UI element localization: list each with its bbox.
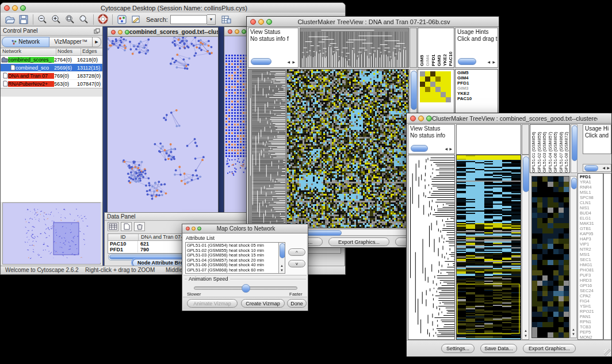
scroll-down-icon[interactable]: ▼ xyxy=(280,269,284,272)
gene-label[interactable]: HRD3 xyxy=(580,278,603,283)
gene-label[interactable]: GIM5 xyxy=(457,70,498,75)
column-labels-scrollbar[interactable] xyxy=(571,124,577,173)
scroll-left-icon[interactable]: ◀ xyxy=(602,166,605,170)
gene-label[interactable]: BUD4 xyxy=(580,210,603,216)
gene-label[interactable]: PEP5 xyxy=(580,329,603,335)
col-network[interactable]: Network xyxy=(1,48,56,55)
gene-label[interactable]: RPO21 xyxy=(580,309,603,314)
zoom-in-icon[interactable] xyxy=(51,14,62,25)
gene-label[interactable]: NTR2 xyxy=(580,247,603,252)
column-gene-label[interactable]: YKE2 xyxy=(442,28,448,66)
column-gene-label[interactable]: GIM5 xyxy=(419,28,425,66)
create-vizmap-button[interactable]: Create Vizmap xyxy=(241,299,285,308)
save-session-icon[interactable] xyxy=(18,14,29,25)
gene-label[interactable]: MSI1 xyxy=(580,252,603,257)
gene-label[interactable]: MON2 xyxy=(580,335,603,340)
heatmap[interactable] xyxy=(457,155,521,339)
gene-label[interactable]: SEC1 xyxy=(580,257,603,262)
col-edges[interactable]: Edges xyxy=(81,48,102,55)
gene-label[interactable]: HAP3 xyxy=(580,236,603,242)
column-label[interactable]: GPL51-06 (GSM865) xyxy=(553,125,559,173)
scroll-down-icon[interactable]: ▼ xyxy=(572,332,575,336)
close-button[interactable] xyxy=(228,29,232,34)
network-canvas[interactable] xyxy=(108,28,217,206)
new-attribute-icon[interactable] xyxy=(121,222,132,231)
annotation-icon[interactable] xyxy=(130,14,141,25)
view-status-scrollbar[interactable] xyxy=(411,145,428,152)
usage-hints-scrollbar[interactable]: ◀ ▶ xyxy=(583,164,611,172)
gene-label[interactable]: GPI16 xyxy=(580,283,603,288)
zoom-out-icon[interactable] xyxy=(37,14,48,25)
animation-speed-slider[interactable] xyxy=(194,286,297,290)
search-dropdown-button[interactable]: ▼ xyxy=(207,14,216,25)
vizmapper-icon[interactable] xyxy=(116,14,128,25)
network-row[interactable]: RNAPuberNov2+563(0)107847(0) xyxy=(1,80,102,88)
minimize-button[interactable] xyxy=(12,5,18,11)
minimize-button[interactable] xyxy=(258,19,264,25)
attribute-list[interactable]: GPL51-01 (GSM854) heat shock 05 minGPL51… xyxy=(185,242,285,274)
scroll-left-icon[interactable]: ◀ xyxy=(445,147,447,151)
slider-thumb[interactable] xyxy=(242,284,250,293)
gene-label[interactable]: CPA2 xyxy=(580,293,603,298)
gene-label[interactable]: TCB3 xyxy=(580,324,603,329)
export-graphics-button[interactable]: Export Graphics... xyxy=(328,237,389,246)
gene-label[interactable]: KAP95 xyxy=(580,231,603,236)
view-status-scrollbar[interactable] xyxy=(251,58,271,65)
scroll-up-icon[interactable]: ▲ xyxy=(280,264,284,267)
zoom-button[interactable] xyxy=(125,30,129,35)
gene-label[interactable]: PAC10 xyxy=(457,96,498,101)
gene-label[interactable]: PUF3 xyxy=(580,273,603,278)
minimize-button[interactable] xyxy=(418,116,424,121)
minimize-button[interactable] xyxy=(235,29,239,34)
gene-label[interactable]: RPN1 xyxy=(580,319,603,324)
settings-button[interactable]: Settings... xyxy=(441,344,475,353)
gene-label[interactable]: ELG1 xyxy=(580,216,603,221)
float-panel-icon[interactable] xyxy=(94,26,100,36)
scroll-down-icon[interactable]: ▼ xyxy=(524,334,527,338)
move-down-button[interactable]: v xyxy=(288,260,305,267)
attribute-item[interactable]: GPL51-07 (GSM868) heat shock 60 min xyxy=(187,268,285,273)
scroll-up-icon[interactable]: ▲ xyxy=(572,328,575,331)
gene-label[interactable]: GIM3 xyxy=(457,86,498,91)
column-dendrogram[interactable] xyxy=(300,28,408,67)
main-titlebar[interactable]: Cytoscape Desktop (Session Name: collins… xyxy=(1,3,345,13)
treeview2-titlebar[interactable]: ClusterMaker TreeView : combined_scores_… xyxy=(407,113,611,124)
dialog-titlebar[interactable]: Map Colors to Network xyxy=(182,224,308,233)
scroll-left-icon[interactable]: ◀ xyxy=(287,60,290,64)
close-button[interactable] xyxy=(186,227,190,231)
scroll-right-icon[interactable]: ▶ xyxy=(292,60,295,64)
scroll-right-icon[interactable]: ▶ xyxy=(607,166,610,170)
network-row[interactable]: DNA and Tran 07769(0)183728(0) xyxy=(1,72,102,80)
gene-label[interactable]: YKE2 xyxy=(457,91,498,96)
zoomed-heatmap[interactable] xyxy=(532,177,569,338)
column-gene-label[interactable]: PFD1 xyxy=(431,28,437,66)
gene-label[interactable]: MSL1 xyxy=(580,190,603,195)
column-gene-label[interactable]: PAC10 xyxy=(448,28,454,66)
search-input[interactable] xyxy=(170,15,207,24)
row-dendrogram[interactable] xyxy=(248,70,285,228)
gene-label[interactable]: HMG1 xyxy=(580,262,603,267)
network-table-icon[interactable] xyxy=(220,14,232,25)
column-gene-label[interactable]: GIM3 xyxy=(437,28,442,66)
gene-label[interactable]: GTB1 xyxy=(580,226,603,231)
correlation-mini-heatmap[interactable] xyxy=(420,71,451,102)
column-label[interactable]: GPL51-01 (GSM854) xyxy=(531,125,537,173)
zoom-button[interactable] xyxy=(426,116,432,121)
attribute-list-scrollbar[interactable]: ▲ ▼ xyxy=(278,243,285,273)
animate-vizmap-button[interactable]: Animate Vizmap xyxy=(187,299,238,308)
gene-label[interactable]: SPC98 xyxy=(580,195,603,200)
column-dendrogram-area[interactable] xyxy=(456,124,521,155)
birdseye-view[interactable] xyxy=(3,203,101,263)
col-nodes[interactable]: Nodes xyxy=(56,48,81,55)
gene-label[interactable]: CLN1 xyxy=(580,200,603,205)
done-button[interactable]: Done xyxy=(287,299,307,308)
attribute-table-icon[interactable] xyxy=(108,222,118,231)
zoom-button[interactable] xyxy=(266,19,272,25)
close-button[interactable] xyxy=(4,5,10,11)
help-lifesaver-icon[interactable] xyxy=(97,14,109,25)
tab-network[interactable]: Network xyxy=(2,37,49,47)
scroll-left-icon[interactable]: ◀ xyxy=(487,60,490,64)
column-gene-label[interactable]: GIM4 xyxy=(425,28,431,66)
zoom-selected-icon[interactable] xyxy=(64,14,76,25)
data-col-id[interactable]: ID xyxy=(108,234,139,240)
